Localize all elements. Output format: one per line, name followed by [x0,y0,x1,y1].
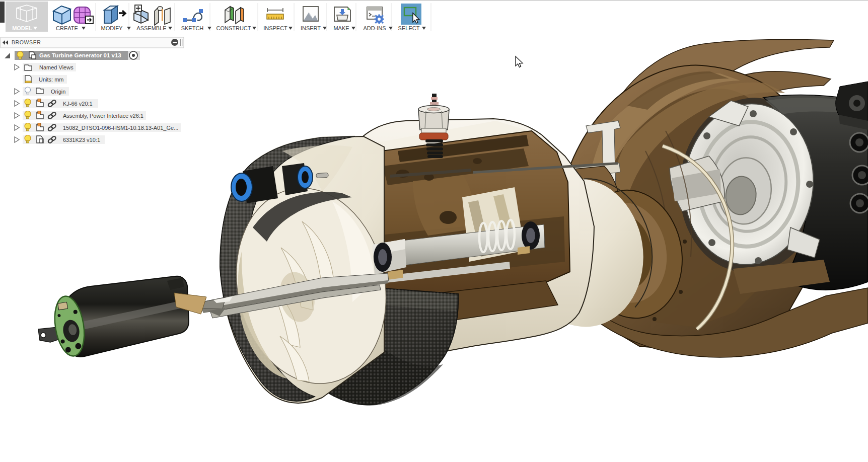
svg-text:MODIFY: MODIFY [101,25,123,31]
svg-text:KJ-66 v20:1: KJ-66 v20:1 [63,101,93,107]
svg-text:Named Views: Named Views [39,64,74,70]
svg-text:15082_DTSO1-096-HSM1-10.18.13-: 15082_DTSO1-096-HSM1-10.18.13-A01_Ge... [63,125,178,131]
svg-text:Units: mm: Units: mm [39,76,64,83]
svg-text:SELECT: SELECT [398,25,420,31]
svg-text:CREATE: CREATE [56,25,78,31]
svg-text:INSPECT: INSPECT [263,25,287,31]
svg-text:Origin: Origin [51,89,65,95]
svg-text:ADD-INS: ADD-INS [363,25,386,31]
svg-text:ASSEMBLE: ASSEMBLE [136,25,166,31]
svg-text:6331K23 v10:1: 6331K23 v10:1 [63,137,100,143]
svg-text:MAKE: MAKE [333,25,349,31]
svg-text:Assembly, Power Interface v26:: Assembly, Power Interface v26:1 [63,113,143,119]
svg-text:MODEL: MODEL [12,25,32,31]
svg-text:SKETCH: SKETCH [181,25,204,31]
svg-text:CONSTRUCT: CONSTRUCT [216,25,251,31]
svg-text:BROWSER: BROWSER [12,39,41,45]
svg-text:Gas Turbine Generator 01 v13: Gas Turbine Generator 01 v13 [39,52,121,58]
svg-text:INSERT: INSERT [301,25,321,31]
